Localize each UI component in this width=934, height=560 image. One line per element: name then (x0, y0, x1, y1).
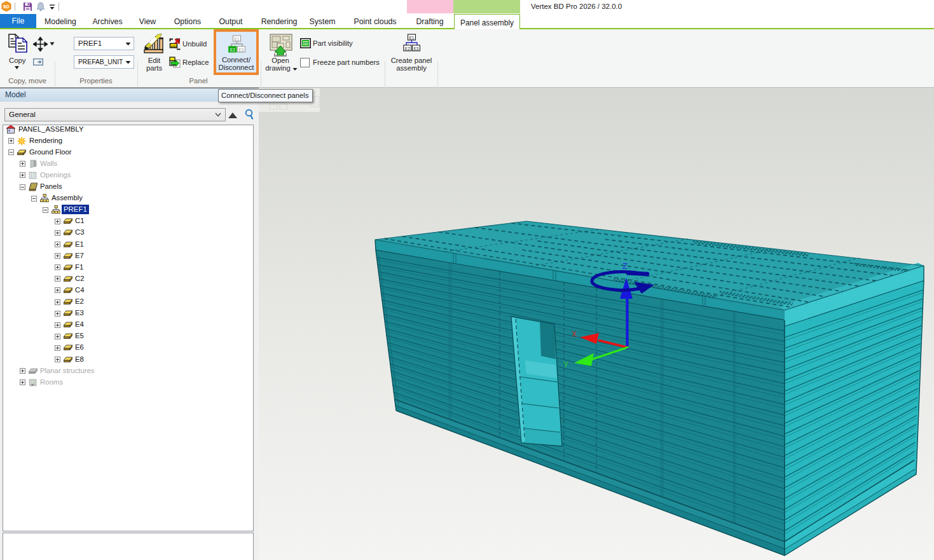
svg-text:E2: E2 (405, 46, 410, 51)
svg-text:E3: E3 (239, 48, 244, 52)
svg-text:Z: Z (622, 261, 628, 271)
svg-text:Y: Y (563, 360, 568, 369)
svg-text:BD: BD (3, 4, 10, 9)
svg-text:E1: E1 (409, 36, 415, 40)
svg-text:E1: E1 (235, 37, 240, 41)
svg-text:E2: E2 (230, 48, 235, 52)
svg-text:E3: E3 (414, 46, 419, 51)
svg-text:X: X (572, 330, 577, 339)
